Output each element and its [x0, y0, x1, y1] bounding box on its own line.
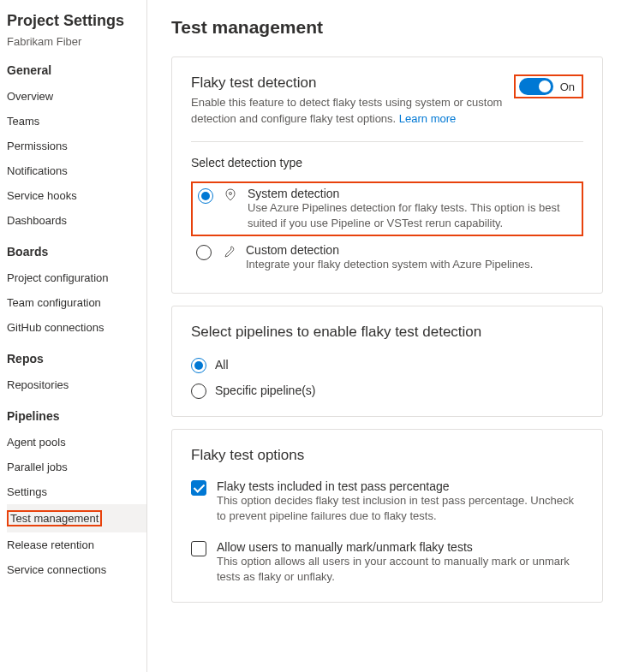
highlight-toggle: On	[514, 74, 583, 98]
project-name: Fabrikam Fiber	[7, 35, 146, 48]
section-repos: Repos	[7, 352, 146, 366]
radio-custom-detection[interactable]	[196, 245, 212, 260]
sidebar: Project Settings Fabrikam Fiber General …	[0, 0, 147, 672]
include-desc: This option decides flaky test inclusion…	[217, 493, 583, 524]
nav-permissions[interactable]: Permissions	[7, 134, 146, 158]
section-general: General	[7, 63, 146, 77]
include-title: Flaky tests included in test pass percen…	[217, 479, 583, 493]
label-specific: Specific pipeline(s)	[215, 384, 316, 397]
checkbox-include-flaky[interactable]	[191, 480, 206, 496]
nav-project-config[interactable]: Project configuration	[7, 265, 146, 290]
custom-detection-desc: Integrate your flaky detection system wi…	[246, 257, 533, 272]
options-title: Flaky test options	[191, 447, 583, 464]
radio-all-pipelines[interactable]	[191, 358, 206, 373]
option-custom-detection: Custom detection Integrate your flaky de…	[191, 240, 583, 276]
card-flaky-options: Flaky test options Flaky tests included …	[171, 429, 603, 603]
nav-agent-pools[interactable]: Agent pools	[7, 430, 146, 455]
radio-system-detection[interactable]	[198, 188, 213, 204]
nav-team-config[interactable]: Team configuration	[7, 290, 146, 315]
label-all: All	[215, 358, 229, 372]
nav-settings[interactable]: Settings	[7, 479, 146, 504]
nav-release-retention[interactable]: Release retention	[7, 532, 146, 557]
custom-detection-title: Custom detection	[246, 243, 533, 257]
checkbox-allow-manual[interactable]	[191, 541, 206, 556]
sidebar-title: Project Settings	[7, 12, 146, 30]
flaky-desc: Enable this feature to detect flaky test…	[191, 95, 514, 128]
learn-more-link[interactable]: Learn more	[399, 112, 456, 125]
main-content: Test management Flaky test detection Ena…	[147, 0, 627, 672]
divider	[191, 141, 583, 142]
page-title: Test management	[171, 17, 603, 38]
detection-heading: Select detection type	[191, 156, 583, 169]
section-boards: Boards	[7, 245, 146, 259]
card-pipelines: Select pipelines to enable flaky test de…	[171, 306, 603, 417]
nav-service-connections[interactable]: Service connections	[7, 557, 146, 582]
svg-point-0	[230, 192, 232, 194]
nav-dashboards[interactable]: Dashboards	[7, 208, 146, 233]
nav-notifications[interactable]: Notifications	[7, 158, 146, 183]
nav-teams[interactable]: Teams	[7, 109, 146, 134]
nav-overview[interactable]: Overview	[7, 84, 146, 109]
rocket-icon	[224, 188, 237, 202]
card-flaky-detection: Flaky test detection Enable this feature…	[171, 56, 603, 294]
pipelines-title: Select pipelines to enable flaky test de…	[191, 324, 583, 341]
highlight-test-management: Test management	[7, 510, 102, 526]
wrench-icon	[222, 245, 236, 259]
system-detection-title: System detection	[248, 187, 576, 200]
flaky-toggle[interactable]	[519, 78, 553, 95]
system-detection-desc: Use Azure Pipelines detection for flaky …	[248, 200, 576, 231]
allow-title: Allow users to manually mark/unmark flak…	[217, 540, 583, 554]
section-pipelines: Pipelines	[7, 409, 146, 423]
radio-specific-pipelines[interactable]	[191, 384, 206, 399]
allow-desc: This option allows all users in your acc…	[217, 554, 583, 585]
nav-service-hooks[interactable]: Service hooks	[7, 183, 146, 208]
nav-repositories[interactable]: Repositories	[7, 372, 146, 397]
toggle-label: On	[560, 80, 575, 93]
nav-test-management[interactable]: Test management	[7, 504, 146, 532]
highlight-system-detection: System detection Use Azure Pipelines det…	[191, 181, 583, 236]
nav-github-connections[interactable]: GitHub connections	[7, 315, 146, 340]
nav-parallel-jobs[interactable]: Parallel jobs	[7, 455, 146, 479]
flaky-title: Flaky test detection	[191, 74, 514, 92]
